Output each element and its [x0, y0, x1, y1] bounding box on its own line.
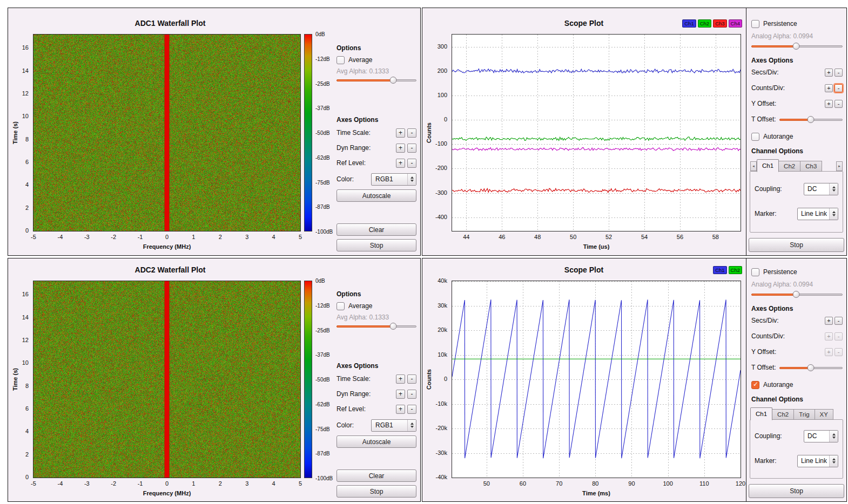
waterfall1-title: ADC1 Waterfall Plot: [8, 19, 332, 28]
tab-scroll-right-icon[interactable]: ▸: [836, 161, 843, 171]
tick-label: -2: [111, 234, 116, 240]
legend-ch2[interactable]: Ch2: [698, 19, 711, 28]
counts-div-plus-button[interactable]: +: [825, 84, 833, 92]
tab-ch3[interactable]: Ch3: [800, 161, 822, 172]
time-scale-plus-button[interactable]: +: [396, 128, 405, 138]
tab-ch1[interactable]: Ch1: [750, 407, 772, 420]
average-checkbox[interactable]: [336, 56, 345, 64]
time-scale-minus-button[interactable]: -: [407, 374, 416, 384]
persistence-label: Persistence: [763, 268, 797, 276]
slider-handle[interactable]: [807, 116, 815, 123]
dyn-range-plus-button[interactable]: +: [396, 390, 405, 399]
tick-label: -200: [435, 165, 447, 171]
ref-level-minus-button[interactable]: -: [407, 405, 416, 414]
autorange-checkbox[interactable]: [751, 381, 759, 389]
time-scale-plus-button[interactable]: +: [396, 374, 405, 384]
marker-select[interactable]: Line Link: [797, 455, 838, 467]
color-combobox[interactable]: RGB1: [371, 173, 416, 186]
coupling-select[interactable]: DC: [804, 183, 838, 195]
avg-alpha-slider[interactable]: [336, 76, 416, 84]
tab-scroll-left-icon[interactable]: ◂: [750, 161, 757, 171]
dyn-range-plus-button[interactable]: +: [396, 144, 405, 153]
stop-button[interactable]: Stop: [749, 238, 844, 252]
autorange-label: Autorange: [763, 381, 793, 389]
t-offset-row: T Offset:: [751, 114, 843, 124]
stop-button[interactable]: Stop: [749, 484, 844, 498]
legend-ch2[interactable]: Ch2: [729, 266, 742, 274]
legend-ch1[interactable]: Ch1: [713, 266, 726, 274]
tab-xy[interactable]: XY: [815, 409, 833, 420]
tick-label: -5: [31, 480, 36, 487]
stop-button[interactable]: Stop: [336, 239, 416, 251]
y-offset-label: Y Offset:: [751, 348, 823, 356]
axes-options-header: Axes Options: [751, 56, 843, 65]
time-scale-minus-button[interactable]: -: [407, 128, 416, 138]
persistence-checkbox[interactable]: [751, 20, 759, 28]
ref-level-plus-button[interactable]: +: [396, 159, 405, 168]
secs-div-row: Secs/Div: + -: [751, 67, 843, 77]
average-checkbox[interactable]: [336, 302, 345, 310]
tick-label: 1: [192, 234, 195, 240]
persistence-checkbox[interactable]: [751, 268, 759, 276]
coupling-value: DC: [807, 432, 817, 440]
tick-label: 40k: [438, 277, 447, 284]
dyn-range-minus-button[interactable]: -: [407, 390, 416, 399]
analog-alpha-slider[interactable]: [751, 42, 843, 50]
y-offset-minus-button[interactable]: -: [834, 100, 843, 108]
t-offset-slider[interactable]: [779, 364, 843, 372]
legend-ch3[interactable]: Ch3: [713, 19, 726, 28]
dyn-range-minus-button[interactable]: -: [407, 144, 416, 153]
counts-div-minus-button[interactable]: -: [834, 84, 843, 92]
waterfall1-xlabel: Frequency (MHz): [33, 243, 301, 250]
coupling-row: Coupling: DC: [755, 182, 838, 195]
tick-label: 0: [165, 480, 169, 487]
marker-select[interactable]: Line Link: [797, 208, 838, 220]
legend-ch1[interactable]: Ch1: [682, 19, 696, 28]
autoscale-button[interactable]: Autoscale: [336, 189, 416, 202]
counts-div-plus-button[interactable]: +: [825, 332, 833, 340]
y-offset-minus-button[interactable]: -: [834, 348, 843, 356]
scope1-canvas[interactable]: [452, 35, 741, 231]
slider-handle[interactable]: [807, 364, 815, 371]
ref-level-label: Ref Level:: [336, 159, 394, 167]
colorbar-tick-label: -100dB: [315, 229, 333, 235]
scope2-canvas[interactable]: [452, 281, 741, 478]
counts-div-minus-button[interactable]: -: [834, 332, 843, 340]
ref-level-minus-button[interactable]: -: [407, 159, 416, 168]
avg-alpha-slider[interactable]: [336, 322, 416, 330]
legend-ch4[interactable]: Ch4: [729, 19, 742, 28]
tick-label: 2: [219, 480, 222, 487]
secs-div-minus-button[interactable]: -: [834, 69, 843, 77]
secs-div-plus-button[interactable]: +: [825, 317, 833, 325]
stop-button[interactable]: Stop: [336, 485, 416, 498]
tab-trig[interactable]: Trig: [794, 409, 815, 420]
slider-handle[interactable]: [390, 323, 397, 330]
y-offset-plus-button[interactable]: +: [825, 348, 833, 356]
tab-ch2[interactable]: Ch2: [779, 161, 800, 172]
ref-level-plus-button[interactable]: +: [396, 405, 405, 414]
waterfall1-canvas[interactable]: [33, 35, 300, 231]
autoscale-button[interactable]: Autoscale: [336, 435, 416, 448]
color-combobox[interactable]: RGB1: [371, 419, 416, 432]
clear-button[interactable]: Clear: [336, 469, 416, 482]
tab-ch1[interactable]: Ch1: [757, 159, 779, 172]
slider-fill: [779, 119, 811, 121]
slider-handle[interactable]: [390, 77, 397, 84]
secs-div-plus-button[interactable]: +: [825, 69, 833, 77]
tab-ch2[interactable]: Ch2: [772, 409, 794, 420]
tick-label: 120: [736, 480, 745, 487]
analog-alpha-slider[interactable]: [751, 290, 843, 298]
slider-handle[interactable]: [792, 291, 799, 298]
slider-handle[interactable]: [792, 43, 799, 50]
tick-label: 3: [245, 234, 248, 240]
adc2-waterfall-panel: ADC2 Waterfall Plot Time (s) 02468101214…: [8, 258, 421, 502]
t-offset-slider[interactable]: [779, 115, 843, 124]
tick-label: -300: [435, 189, 447, 196]
clear-button[interactable]: Clear: [336, 223, 416, 236]
autorange-checkbox[interactable]: [751, 133, 759, 141]
y-offset-plus-button[interactable]: +: [825, 100, 833, 108]
waterfall2-canvas[interactable]: [33, 281, 300, 478]
tick-label: 100: [438, 92, 447, 98]
secs-div-minus-button[interactable]: -: [834, 317, 843, 325]
coupling-select[interactable]: DC: [804, 430, 838, 442]
